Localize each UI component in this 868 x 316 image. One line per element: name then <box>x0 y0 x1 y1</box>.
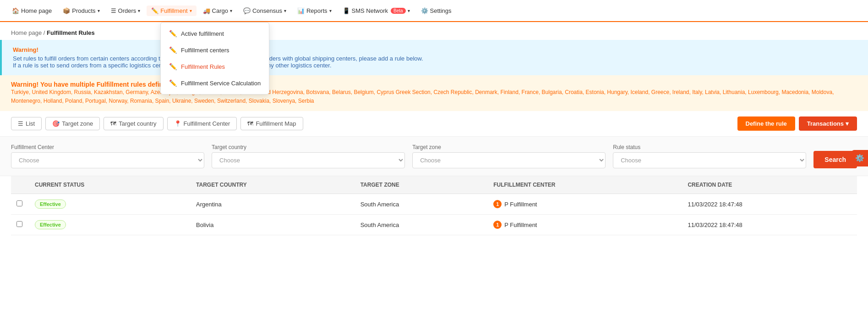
rules-table: CURRENT STATUS TARGET COUNTRY TARGET ZON… <box>11 176 857 235</box>
fulfillment-center-icon: 📍 <box>174 120 181 127</box>
fulfillment-service-icon: ✏️ <box>169 79 176 87</box>
col-checkbox <box>11 176 29 194</box>
sms-chevron: ▾ <box>408 8 410 13</box>
filter-rule-status-select[interactable]: Choose <box>613 152 806 168</box>
zone-cell-0: South America <box>355 194 488 215</box>
consensus-chevron: ▾ <box>284 8 286 13</box>
row-checkbox-1[interactable] <box>16 221 22 227</box>
filter-row: Fulfillment Center Choose Target country… <box>0 137 868 176</box>
filter-target-zone-group: Target zone Choose <box>412 144 606 168</box>
date-cell-1: 11/03/2022 18:47:48 <box>682 215 857 235</box>
list-icon: ☰ <box>18 120 23 127</box>
row-checkbox-0[interactable] <box>16 200 22 206</box>
products-icon: 📦 <box>63 7 70 14</box>
dropdown-active-fulfillment[interactable]: ✏️ Active fulfillment <box>161 25 269 42</box>
transactions-button[interactable]: Transactions ▾ <box>799 116 857 131</box>
fulfillment-icon: ✏️ <box>151 7 158 14</box>
orders-chevron: ▾ <box>138 8 140 13</box>
col-fulfillment-center: FULFILLMENT CENTER <box>488 176 682 194</box>
active-fulfillment-icon: ✏️ <box>169 30 176 37</box>
fulfillment-rules-icon: ✏️ <box>169 63 176 70</box>
orders-icon: ☰ <box>111 7 116 14</box>
warning-line2: If a rule is set to send orders from a s… <box>13 62 857 69</box>
reports-chevron: ▾ <box>329 8 332 13</box>
nav-settings[interactable]: ⚙️ Settings <box>416 6 456 16</box>
filter-rule-status-label: Rule status <box>613 144 806 150</box>
nav-home[interactable]: 🏠 Home page <box>7 6 56 16</box>
status-badge-1: Effective <box>35 220 66 229</box>
center-num-0: 1 <box>493 200 502 208</box>
filter-target-zone-select[interactable]: Choose <box>412 152 606 168</box>
center-name-1: P Fulfillment <box>504 222 537 228</box>
nav-sms-network[interactable]: 📱 SMS Network Beta ▾ <box>338 6 415 16</box>
fulfillment-dropdown: ✏️ Active fulfillment ✏️ Fulfillment cen… <box>160 22 269 94</box>
target-zone-icon: 🎯 <box>52 120 60 127</box>
table-row: Effective Bolivia South America 1 P Fulf… <box>11 215 857 235</box>
country-cell-1: Bolivia <box>191 215 355 235</box>
zone-cell-1: South America <box>355 215 488 235</box>
table-header-row: CURRENT STATUS TARGET COUNTRY TARGET ZON… <box>11 176 857 194</box>
transactions-chevron: ▾ <box>846 120 849 127</box>
beta-badge: Beta <box>391 8 406 14</box>
cargo-icon: 🚚 <box>203 7 210 14</box>
center-cell-0: 1 P Fulfillment <box>488 194 682 215</box>
define-rule-button[interactable]: Define the rule <box>737 116 795 131</box>
tab-fulfillment-center[interactable]: 📍 Fulfillment Center <box>167 117 237 130</box>
tab-list[interactable]: ☰ List <box>11 117 42 130</box>
warning-line1: Set rules to fulfill orders from certain… <box>13 55 857 62</box>
breadcrumb-current: Fulfillment Rules <box>47 29 95 36</box>
nav-products[interactable]: 📦 Products ▾ <box>58 6 104 16</box>
fulfillment-centers-icon: ✏️ <box>169 46 176 54</box>
breadcrumb-separator: / <box>44 29 47 36</box>
tab-target-country[interactable]: 🗺 Target country <box>104 117 163 130</box>
filter-target-country-label: Target country <box>212 144 405 150</box>
filter-fulfillment-center-select[interactable]: Choose <box>11 152 204 168</box>
filter-target-country-select[interactable]: Choose <box>212 152 405 168</box>
home-icon: 🏠 <box>12 7 19 14</box>
reports-icon: 📊 <box>297 7 305 14</box>
warning-title: Warning! <box>13 46 857 53</box>
filter-target-country-group: Target country Choose <box>212 144 405 168</box>
sms-icon: 📱 <box>343 7 350 14</box>
breadcrumb: Home page / Fulfillment Rules <box>0 22 868 40</box>
nav-orders[interactable]: ☰ Orders ▾ <box>106 6 145 16</box>
filter-target-zone-label: Target zone <box>412 144 606 150</box>
dropdown-fulfillment-service[interactable]: ✏️ Fulfillment Service Calculation <box>161 75 269 91</box>
nav-reports[interactable]: 📊 Reports ▾ <box>293 6 336 16</box>
products-chevron: ▾ <box>98 8 100 13</box>
status-badge-0: Effective <box>35 200 66 209</box>
table-row: Effective Argentina South America 1 P Fu… <box>11 194 857 215</box>
nav-cargo[interactable]: 🚚 Cargo ▾ <box>198 6 237 16</box>
col-creation-date: CREATION DATE <box>682 176 857 194</box>
col-target-country: TARGET COUNTRY <box>191 176 355 194</box>
target-country-icon: 🗺 <box>110 120 116 127</box>
col-target-zone: TARGET ZONE <box>355 176 488 194</box>
info-warning-box: Warning! Set rules to fulfill orders fro… <box>0 40 868 75</box>
center-name-0: P Fulfillment <box>504 201 537 208</box>
cargo-chevron: ▾ <box>230 8 232 13</box>
fulfillment-map-icon: 🗺 <box>247 120 253 127</box>
dropdown-fulfillment-rules[interactable]: ✏️ Fulfillment Rules <box>161 58 269 75</box>
settings-float-button[interactable]: ⚙️ <box>852 150 868 166</box>
filter-fulfillment-center-group: Fulfillment Center Choose <box>11 144 204 168</box>
breadcrumb-home[interactable]: Home page <box>11 29 42 36</box>
filter-fulfillment-center-label: Fulfillment Center <box>11 144 204 150</box>
date-cell-0: 11/03/2022 18:47:48 <box>682 194 857 215</box>
warning-countries: Turkiye, United Kingdom, Russia, Kazakhs… <box>11 88 857 105</box>
filter-tabs-bar: ☰ List 🎯 Target zone 🗺 Target country 📍 … <box>0 111 868 137</box>
nav-fulfillment[interactable]: ✏️ Fulfillment ▾ <box>147 6 196 16</box>
consensus-icon: 💬 <box>243 7 251 14</box>
dropdown-fulfillment-centers[interactable]: ✏️ Fulfillment centers <box>161 42 269 58</box>
tab-target-zone[interactable]: 🎯 Target zone <box>45 117 100 130</box>
orange-warning-box: Warning! You have multiple Fulfillment r… <box>0 75 868 111</box>
search-button[interactable]: Search <box>813 151 857 168</box>
settings-icon: ⚙️ <box>421 7 428 14</box>
center-num-1: 1 <box>493 221 502 229</box>
tab-fulfillment-map[interactable]: 🗺 Fulfillment Map <box>240 117 303 130</box>
orange-warning-title: Warning! <box>11 81 38 88</box>
filter-actions: Define the rule Transactions ▾ <box>737 116 857 131</box>
filter-rule-status-group: Rule status Choose <box>613 144 806 168</box>
center-cell-1: 1 P Fulfillment <box>488 215 682 235</box>
nav-consensus[interactable]: 💬 Consensus ▾ <box>239 6 291 16</box>
rules-table-wrap: CURRENT STATUS TARGET COUNTRY TARGET ZON… <box>0 176 868 235</box>
